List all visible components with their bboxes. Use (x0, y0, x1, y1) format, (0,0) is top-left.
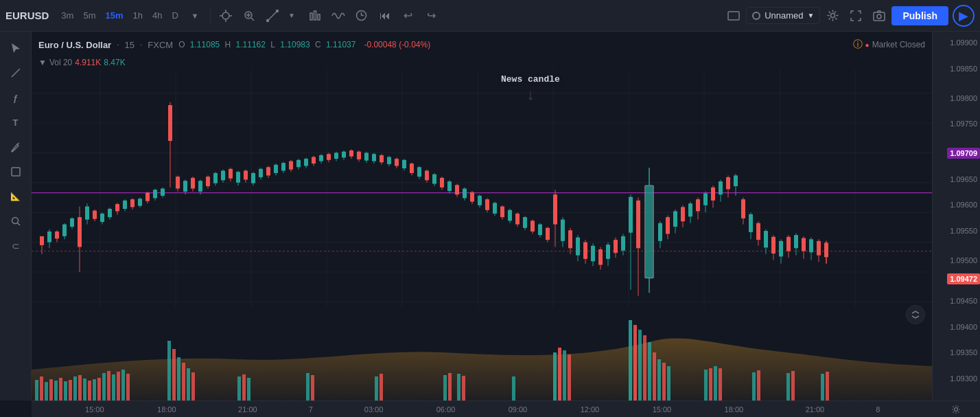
tf-15m[interactable]: 15m (101, 8, 127, 23)
price-level-4: 1.09750 (950, 120, 977, 128)
svg-rect-282 (187, 368, 190, 401)
fullscreen-btn[interactable] (845, 5, 867, 27)
redo-btn[interactable]: ↪ (421, 5, 443, 27)
svg-rect-196 (598, 249, 603, 265)
svg-rect-166 (485, 199, 489, 210)
settings-gear-btn[interactable] (945, 398, 967, 418)
svg-rect-48 (40, 236, 44, 245)
cursor-tool[interactable] (5, 37, 27, 59)
shape-tool[interactable] (5, 161, 27, 183)
zoom-in-btn[interactable] (238, 5, 260, 27)
undo-btn[interactable]: ↩ (397, 5, 419, 27)
svg-point-21 (877, 14, 881, 19)
tf-4h[interactable]: 4h (148, 8, 166, 23)
svg-rect-200 (614, 240, 618, 253)
tf-dropdown[interactable]: ▼ (184, 5, 206, 27)
svg-rect-308 (667, 366, 670, 401)
svg-line-22 (12, 69, 20, 77)
svg-rect-283 (191, 372, 195, 401)
screenshot-btn[interactable] (868, 5, 890, 27)
fibonacci-tool[interactable]: ƒ (5, 87, 27, 109)
svg-rect-14 (318, 14, 320, 20)
svg-rect-206 (636, 201, 640, 248)
candlestick-chart (32, 69, 932, 308)
tf-5m[interactable]: 5m (79, 8, 100, 23)
svg-rect-13 (314, 11, 316, 20)
settings-btn[interactable] (821, 5, 843, 27)
time-label-0900: 09:00 (509, 405, 528, 414)
svg-rect-12 (310, 13, 312, 20)
publish-button[interactable]: Publish (891, 6, 948, 25)
price-level-1: 1.09900 (950, 38, 977, 47)
candle-group-1 (32, 102, 932, 296)
live-btn[interactable]: ▶ (953, 5, 975, 27)
svg-rect-150 (425, 170, 429, 180)
magnet-tool[interactable]: ⊂ (5, 235, 27, 257)
price-info-bar: Euro / U.S. Dollar · 15 · FXCM O 1.11085… (32, 32, 932, 58)
svg-rect-310 (709, 368, 712, 401)
brush-tool[interactable] (5, 136, 27, 158)
svg-rect-292 (448, 373, 452, 401)
tf-3m[interactable]: 3m (57, 8, 78, 23)
volume-collapse-btn[interactable]: ▼ (38, 58, 47, 67)
indicator-dropdown-icon: ▼ (808, 12, 815, 19)
tf-d[interactable]: D (167, 8, 182, 23)
svg-rect-78 (153, 190, 157, 198)
time-label-0300: 03:00 (364, 405, 384, 414)
expand-volume-btn[interactable] (906, 305, 925, 324)
measure-tool[interactable]: 📐 (5, 185, 27, 207)
svg-rect-246 (786, 237, 791, 251)
svg-rect-269 (88, 381, 91, 401)
svg-rect-72 (130, 199, 135, 207)
svg-rect-126 (334, 153, 338, 159)
zoom-tool[interactable] (5, 210, 27, 232)
tf-1h[interactable]: 1h (129, 8, 147, 23)
svg-rect-68 (115, 204, 119, 211)
svg-rect-261 (49, 379, 53, 401)
indicator-circle-icon (752, 12, 760, 20)
price-level-highlighted: 1.09709 (947, 148, 980, 159)
svg-rect-230 (726, 177, 730, 189)
svg-point-25 (12, 218, 18, 224)
svg-rect-305 (653, 352, 656, 401)
svg-rect-54 (62, 225, 67, 236)
go-to-start-btn[interactable]: ⏮ (374, 5, 396, 27)
svg-rect-18 (728, 12, 739, 20)
draw-line-tool[interactable] (5, 62, 27, 84)
line-dropdown-btn[interactable]: ▼ (281, 5, 303, 27)
price-axis: 1.09900 1.09850 1.09800 1.09750 1.09709 … (932, 32, 980, 401)
svg-rect-138 (380, 155, 384, 162)
crosshair-btn[interactable] (215, 5, 237, 27)
svg-rect-232 (734, 175, 738, 186)
main-chart (32, 69, 932, 308)
svg-rect-186 (561, 220, 565, 241)
wave-btn[interactable] (327, 5, 349, 27)
svg-rect-297 (558, 348, 561, 401)
indicator-name-box[interactable]: Unnamed ▼ (746, 7, 820, 24)
price-level-7: 1.09550 (950, 227, 977, 235)
svg-rect-80 (161, 189, 165, 196)
svg-point-10 (266, 19, 268, 21)
svg-rect-291 (443, 375, 447, 401)
rectangle-btn[interactable] (723, 5, 745, 27)
chart-area: Euro / U.S. Dollar · 15 · FXCM O 1.11085… (32, 32, 932, 401)
svg-rect-306 (657, 359, 661, 401)
svg-rect-96 (221, 170, 225, 180)
svg-rect-302 (638, 330, 642, 401)
bar-chart-btn[interactable] (304, 5, 326, 27)
svg-rect-112 (281, 163, 285, 170)
svg-rect-64 (100, 214, 104, 222)
svg-rect-100 (236, 172, 240, 183)
svg-rect-280 (177, 357, 180, 401)
svg-rect-106 (259, 169, 263, 177)
price-level-12: 1.09300 (950, 374, 977, 383)
svg-rect-88 (191, 178, 195, 189)
info-icon[interactable]: ⓘ (853, 38, 863, 51)
clock-btn[interactable] (351, 5, 373, 27)
svg-rect-156 (447, 181, 452, 191)
svg-rect-84 (176, 177, 180, 188)
text-tool[interactable]: T (5, 111, 27, 133)
svg-rect-273 (107, 371, 110, 401)
chart-broker: FXCM (148, 40, 173, 50)
svg-rect-216 (673, 211, 677, 227)
